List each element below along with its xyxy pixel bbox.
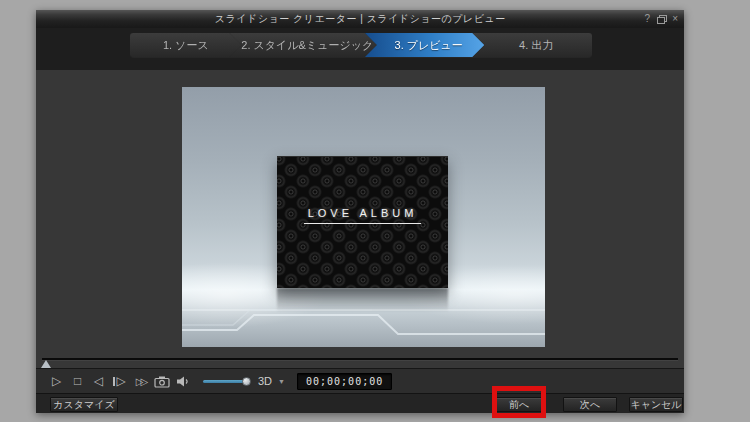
slideshow-creator-window: スライドショー クリエーター | スライドショーのプレビュー ? × 1. ソー… [36,10,684,413]
preview-viewport: LOVE ALBUM [182,87,545,347]
chevron-down-icon: ▼ [278,378,285,385]
next-frame-button[interactable]: ▷ [109,372,130,390]
step-bar-icon [113,377,115,386]
customize-button[interactable]: カスタマイズ [50,397,118,412]
play-button[interactable]: ▷ [46,372,67,390]
previous-frame-button[interactable]: ◁ [88,372,109,390]
step-tab-source[interactable]: 1. ソース [130,33,242,57]
mode-3d-dropdown[interactable]: 3D ▼ [258,375,285,387]
seek-bar[interactable] [42,358,678,360]
album-reflection [277,288,448,312]
step-label: 4. 出力 [519,38,553,53]
play-icon: ▷ [52,374,61,388]
wizard-steps-bar: 1. ソース 2. スタイル&ミュージック 3. プレビュー 4. 出力 [36,28,684,70]
step-label: 3. プレビュー [395,38,463,53]
album-title: LOVE ALBUM [304,207,422,224]
speaker-icon [176,375,190,388]
stop-button[interactable]: □ [67,372,88,390]
step-label: 2. スタイル&ミュージック [241,38,373,53]
previous-frame-icon: ◁ [94,374,103,388]
next-frame-icon: ▷ [116,374,125,388]
volume-slider-thumb[interactable] [242,377,251,386]
back-button[interactable]: 前へ [496,397,542,412]
snapshot-button[interactable] [151,372,172,390]
step-tab-preview[interactable]: 3. プレビュー [365,33,485,57]
volume-mute-button[interactable] [172,372,193,390]
help-button[interactable]: ? [645,14,651,24]
cancel-button[interactable]: キャンセル [629,397,683,412]
playhead-marker[interactable] [41,360,51,368]
album-cover: LOVE ALBUM [277,156,448,288]
restore-button[interactable] [657,14,665,24]
close-button[interactable]: × [672,14,678,24]
mode-3d-label: 3D [258,375,272,387]
next-button[interactable]: 次へ [563,397,617,412]
fast-forward-button[interactable]: ▷▷ [130,372,151,390]
camera-icon [154,375,170,388]
step-tab-style-music[interactable]: 2. スタイル&ミュージック [230,33,377,57]
restore-icon [657,15,665,22]
step-label: 1. ソース [163,38,209,53]
fast-forward-icon: ▷▷ [136,376,145,387]
steps-strip: 1. ソース 2. スタイル&ミュージック 3. プレビュー 4. 出力 [130,33,592,57]
window-controls: ? × [645,14,684,24]
volume-slider[interactable] [203,377,249,386]
stop-icon: □ [74,374,81,388]
timecode-display: 00;00;00;00 [297,373,392,390]
title-bar: スライドショー クリエーター | スライドショーのプレビュー ? × [36,10,684,28]
window-title: スライドショー クリエーター | スライドショーのプレビュー [36,12,645,26]
preview-section: LOVE ALBUM [36,70,684,368]
step-tab-output[interactable]: 4. 出力 [472,33,592,57]
transport-controls: ▷ □ ◁ ▷ ▷▷ 3D ▼ 00;00;00;00 [36,368,684,393]
footer-bar: カスタマイズ 前へ 次へ キャンセル [36,393,684,413]
